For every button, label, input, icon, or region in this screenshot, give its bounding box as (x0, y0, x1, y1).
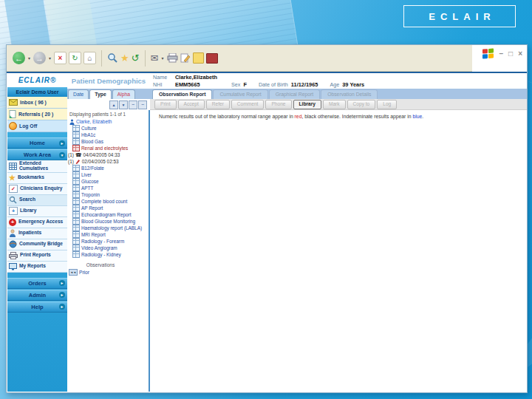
tree-item[interactable]: Troponin (67, 191, 149, 198)
sidebar-section-orders[interactable]: Orders ► (7, 278, 67, 289)
tree-item-selected[interactable]: Renal and electrolytes (67, 145, 149, 151)
back-dropdown-icon[interactable]: ▾ (28, 55, 30, 61)
tab-observation-details[interactable]: Observation Details (321, 89, 378, 99)
tree-item[interactable]: Radiology - Forearm (67, 238, 149, 245)
current-user-label: Eclair Demo User (7, 87, 67, 97)
report-button-bar: Print Accept Refer Comment Phone Library… (150, 99, 527, 110)
browser-toolbar: ← ▾ → ▾ × ↻ ⌂ ★ ↺ ✉ ▾ (7, 45, 472, 72)
tree-item[interactable]: Blood Gas (67, 138, 149, 145)
messenger-icon[interactable] (206, 53, 218, 64)
sort-asc-button[interactable]: ▲ (109, 100, 118, 109)
window-controls: – □ × (482, 49, 522, 59)
search-icon[interactable] (107, 52, 118, 64)
tree-result-item[interactable]: (1) 02/04/2005 02:53 (67, 158, 149, 165)
tree-item[interactable]: Video Angiogram (67, 245, 149, 251)
patient-nhi: EMM5665 (175, 81, 219, 88)
tree-item[interactable]: Radiology - Kidney (67, 251, 149, 258)
refer-button[interactable]: Refer (206, 100, 230, 109)
tree-item-patient[interactable]: Clarke, Elizabeth (67, 118, 149, 125)
section-label: Orders (28, 280, 47, 287)
tree-item[interactable]: Liver (67, 171, 149, 178)
sidebar-section-admin[interactable]: Admin ► (7, 290, 67, 301)
sidebar-item-inbox[interactable]: Inbox ( 96 ) (7, 97, 67, 109)
chevron-right-icon: ► (59, 140, 65, 146)
sidebar-item-label: Referrals ( 20 ) (18, 112, 53, 117)
prior-item[interactable]: ◄◄ Prior (67, 269, 149, 276)
tree-item[interactable]: Echocardiogram Report (67, 211, 149, 218)
tree-item[interactable]: HbA1c (67, 132, 149, 138)
tree-item[interactable]: Blood Glucose Monitoring (67, 218, 149, 225)
tree-item[interactable]: Culture (67, 125, 149, 132)
tree-result-item[interactable]: (1) ☎ 04/04/2005 04:33 (67, 151, 149, 158)
print-icon[interactable] (167, 53, 178, 63)
report-group-icon (72, 225, 80, 231)
sidebar-item-referrals[interactable]: Referrals ( 20 ) (7, 109, 67, 120)
report-group-icon (72, 205, 80, 211)
print-button[interactable]: Print (154, 100, 177, 109)
mail-dropdown-icon[interactable]: ▾ (162, 55, 164, 61)
sidebar-item-clinicians-enquiry[interactable]: ✓ Clinicians Enquiry (7, 184, 67, 195)
tree-item[interactable]: AP Report (67, 205, 149, 211)
mark-button[interactable]: Mark (323, 100, 346, 109)
accept-button[interactable]: Accept (178, 100, 205, 109)
section-label: Home (30, 140, 45, 146)
discuss-icon[interactable] (193, 52, 204, 64)
history-icon[interactable]: ↺ (132, 53, 140, 63)
phone-button[interactable]: Phone (265, 100, 291, 109)
sidebar-item-emergency-access[interactable]: + Emergency Access (7, 217, 67, 228)
comment-button[interactable]: Comment (231, 100, 265, 109)
sidebar-item-bookmarks[interactable]: ★ Bookmarks (7, 173, 67, 184)
sidebar-section-work-area[interactable]: Work Area ▼ (7, 149, 67, 160)
sidebar-item-log-off[interactable]: Log Off (7, 120, 67, 132)
close-button[interactable]: × (518, 50, 522, 58)
report-group-icon (72, 198, 80, 205)
restore-button[interactable]: □ (508, 50, 513, 58)
sidebar-section-help[interactable]: Help ► (7, 301, 67, 313)
home-icon[interactable]: ⌂ (83, 52, 96, 64)
report-group-icon (72, 231, 80, 238)
sidebar-item-community-bridge[interactable]: Community Bridge (7, 239, 67, 250)
copy-to-button[interactable]: Copy to (347, 100, 376, 109)
tab-cumulative-report[interactable]: Cumulative Report (213, 89, 267, 99)
report-group-icon (72, 251, 80, 258)
tree-item[interactable]: Haematology report (LABLA) (67, 225, 149, 231)
log-button[interactable]: Log (377, 100, 397, 109)
sidebar-section-home[interactable]: Home ► (7, 137, 67, 149)
tree-item[interactable]: MRI Report (67, 231, 149, 238)
minimize-button[interactable]: – (499, 50, 504, 58)
refresh-icon[interactable]: ↻ (69, 52, 81, 64)
tab-type[interactable]: Type (89, 89, 111, 99)
library-button[interactable]: Library (293, 100, 321, 109)
toolbar-separator (101, 50, 102, 66)
collapse-button[interactable]: − (129, 100, 137, 109)
tab-date[interactable]: Date (68, 89, 89, 99)
collapse-all-button[interactable]: − (138, 100, 147, 109)
tree-item[interactable]: APTT (67, 185, 149, 191)
back-icon[interactable]: ← (13, 52, 25, 64)
sort-desc-button[interactable]: ▼ (119, 100, 128, 109)
sidebar-item-search[interactable]: Search (7, 195, 67, 206)
tree-item[interactable]: B12/Folate (67, 165, 149, 171)
patient-demographics: Name Clarke,Elizabeth NHI EMM5665 Sex F … (153, 74, 522, 89)
tab-alpha[interactable]: Alpha (112, 89, 135, 99)
mail-icon[interactable]: ✉ (151, 53, 159, 63)
favorites-icon[interactable]: ★ (120, 53, 129, 63)
report-group-icon (72, 191, 80, 198)
forward-dropdown-icon[interactable]: ▾ (49, 55, 51, 61)
tab-graphical-report[interactable]: Graphical Report (269, 89, 320, 99)
sidebar-item-my-reports[interactable]: My Reports (7, 262, 67, 273)
tab-observation-report[interactable]: Observation Report (152, 89, 212, 99)
forward-icon[interactable]: → (33, 52, 46, 64)
report-group-icon (72, 178, 80, 185)
red-word: red (295, 114, 302, 119)
library-icon: + (9, 207, 18, 215)
sidebar-item-extended-cumulatives[interactable]: Extended Cumulatives (7, 160, 67, 173)
sidebar-item-print-reports[interactable]: Print Reports (7, 250, 67, 262)
sidebar-item-inpatients[interactable]: Inpatients (7, 228, 67, 239)
sidebar-item-label: Print Reports (20, 253, 51, 258)
sidebar-item-library[interactable]: + Library (7, 206, 67, 217)
stop-icon[interactable]: × (54, 52, 66, 64)
tree-item[interactable]: Complete blood count (67, 198, 149, 205)
edit-icon[interactable] (180, 53, 191, 63)
tree-item[interactable]: Glucose (67, 178, 149, 185)
